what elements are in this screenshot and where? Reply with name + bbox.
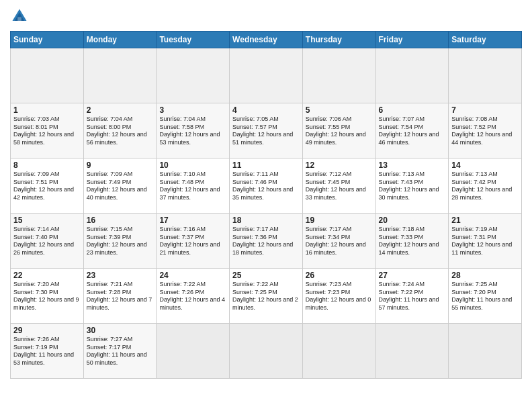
cell-info: Sunrise: 7:09 AMSunset: 7:51 PMDaylight:… — [13, 171, 81, 202]
calendar-week-row: 8Sunrise: 7:09 AMSunset: 7:51 PMDaylight… — [11, 158, 522, 214]
cell-info: Sunrise: 7:08 AMSunset: 7:52 PMDaylight:… — [451, 116, 519, 147]
day-number: 26 — [306, 271, 373, 280]
col-sunday: Sunday — [11, 32, 84, 48]
cell-info: Sunrise: 7:07 AMSunset: 7:54 PMDaylight:… — [379, 116, 446, 147]
col-thursday: Thursday — [302, 32, 375, 48]
cell-info: Sunrise: 7:06 AMSunset: 7:55 PMDaylight:… — [306, 116, 373, 147]
cell-info: Sunrise: 7:04 AMSunset: 8:00 PMDaylight:… — [87, 116, 154, 147]
svg-rect-2 — [17, 17, 21, 21]
calendar-cell: 1Sunrise: 7:03 AMSunset: 8:01 PMDaylight… — [11, 103, 84, 158]
cell-info: Sunrise: 7:20 AMSunset: 7:30 PMDaylight:… — [13, 281, 81, 312]
cell-info: Sunrise: 7:05 AMSunset: 7:57 PMDaylight:… — [232, 116, 300, 147]
cell-info: Sunrise: 7:03 AMSunset: 8:01 PMDaylight:… — [13, 116, 81, 147]
calendar: Sunday Monday Tuesday Wednesday Thursday… — [10, 31, 522, 379]
calendar-cell: 11Sunrise: 7:11 AMSunset: 7:46 PMDayligh… — [230, 158, 303, 214]
day-number: 7 — [451, 105, 519, 115]
day-number: 12 — [306, 161, 373, 170]
day-number: 21 — [451, 216, 519, 225]
calendar-cell: 23Sunrise: 7:21 AMSunset: 7:28 PMDayligh… — [83, 269, 157, 324]
day-number: 1 — [13, 105, 81, 115]
calendar-cell-empty — [157, 324, 230, 379]
cell-info: Sunrise: 7:13 AMSunset: 7:42 PMDaylight:… — [451, 171, 519, 202]
day-number: 25 — [232, 271, 300, 280]
cell-info: Sunrise: 7:22 AMSunset: 7:25 PMDaylight:… — [232, 281, 300, 312]
cell-info: Sunrise: 7:23 AMSunset: 7:23 PMDaylight:… — [306, 281, 373, 312]
calendar-cell: 22Sunrise: 7:20 AMSunset: 7:30 PMDayligh… — [11, 269, 84, 324]
logo-icon — [10, 7, 29, 26]
day-number: 16 — [87, 216, 154, 225]
calendar-cell: 26Sunrise: 7:23 AMSunset: 7:23 PMDayligh… — [302, 269, 375, 324]
day-number: 18 — [232, 216, 300, 225]
col-friday: Friday — [375, 32, 449, 48]
calendar-cell: 7Sunrise: 7:08 AMSunset: 7:52 PMDaylight… — [449, 103, 522, 158]
calendar-cell: 19Sunrise: 7:17 AMSunset: 7:34 PMDayligh… — [302, 214, 375, 269]
day-number: 4 — [232, 105, 300, 115]
logo — [10, 7, 32, 26]
calendar-cell-empty — [375, 324, 449, 379]
day-number: 23 — [87, 271, 154, 280]
calendar-cell: 18Sunrise: 7:17 AMSunset: 7:36 PMDayligh… — [230, 214, 303, 269]
day-number: 5 — [306, 105, 373, 115]
calendar-cell: 20Sunrise: 7:18 AMSunset: 7:33 PMDayligh… — [375, 214, 449, 269]
day-number: 29 — [13, 326, 81, 335]
calendar-cell-empty — [302, 48, 375, 103]
calendar-cell-empty — [449, 324, 522, 379]
calendar-cell: 21Sunrise: 7:19 AMSunset: 7:31 PMDayligh… — [449, 214, 522, 269]
cell-info: Sunrise: 7:27 AMSunset: 7:17 PMDaylight:… — [87, 336, 154, 367]
day-number: 15 — [13, 216, 81, 225]
day-number: 19 — [306, 216, 373, 225]
cell-info: Sunrise: 7:15 AMSunset: 7:39 PMDaylight:… — [87, 226, 154, 257]
day-number: 14 — [451, 161, 519, 170]
cell-info: Sunrise: 7:12 AMSunset: 7:45 PMDaylight:… — [306, 171, 373, 202]
calendar-cell: 27Sunrise: 7:24 AMSunset: 7:22 PMDayligh… — [375, 269, 449, 324]
day-number: 27 — [379, 271, 446, 280]
cell-info: Sunrise: 7:09 AMSunset: 7:49 PMDaylight:… — [87, 171, 154, 202]
calendar-week-row: 22Sunrise: 7:20 AMSunset: 7:30 PMDayligh… — [11, 269, 522, 324]
calendar-cell: 17Sunrise: 7:16 AMSunset: 7:37 PMDayligh… — [157, 214, 230, 269]
calendar-cell: 3Sunrise: 7:04 AMSunset: 7:58 PMDaylight… — [157, 103, 230, 158]
day-number: 11 — [232, 161, 300, 170]
calendar-week-row — [11, 48, 522, 103]
page: Sunday Monday Tuesday Wednesday Thursday… — [0, 0, 532, 411]
cell-info: Sunrise: 7:19 AMSunset: 7:31 PMDaylight:… — [451, 226, 519, 257]
calendar-week-row: 15Sunrise: 7:14 AMSunset: 7:40 PMDayligh… — [11, 214, 522, 269]
cell-info: Sunrise: 7:21 AMSunset: 7:28 PMDaylight:… — [87, 281, 154, 312]
day-number: 24 — [159, 271, 226, 280]
calendar-cell: 5Sunrise: 7:06 AMSunset: 7:55 PMDaylight… — [302, 103, 375, 158]
day-number: 3 — [159, 105, 226, 115]
calendar-cell: 28Sunrise: 7:25 AMSunset: 7:20 PMDayligh… — [449, 269, 522, 324]
day-number: 13 — [379, 161, 446, 170]
day-number: 8 — [13, 161, 81, 170]
col-tuesday: Tuesday — [157, 32, 230, 48]
cell-info: Sunrise: 7:17 AMSunset: 7:34 PMDaylight:… — [306, 226, 373, 257]
calendar-week-row: 29Sunrise: 7:26 AMSunset: 7:19 PMDayligh… — [11, 324, 522, 379]
cell-info: Sunrise: 7:13 AMSunset: 7:43 PMDaylight:… — [379, 171, 446, 202]
cell-info: Sunrise: 7:25 AMSunset: 7:20 PMDaylight:… — [451, 281, 519, 312]
cell-info: Sunrise: 7:17 AMSunset: 7:36 PMDaylight:… — [232, 226, 300, 257]
calendar-cell: 2Sunrise: 7:04 AMSunset: 8:00 PMDaylight… — [83, 103, 157, 158]
cell-info: Sunrise: 7:14 AMSunset: 7:40 PMDaylight:… — [13, 226, 81, 257]
day-number: 28 — [451, 271, 519, 280]
calendar-week-row: 1Sunrise: 7:03 AMSunset: 8:01 PMDaylight… — [11, 103, 522, 158]
day-number: 17 — [159, 216, 226, 225]
calendar-cell: 6Sunrise: 7:07 AMSunset: 7:54 PMDaylight… — [375, 103, 449, 158]
calendar-cell-empty — [375, 48, 449, 103]
calendar-cell: 29Sunrise: 7:26 AMSunset: 7:19 PMDayligh… — [11, 324, 84, 379]
calendar-cell-empty — [302, 324, 375, 379]
calendar-cell: 15Sunrise: 7:14 AMSunset: 7:40 PMDayligh… — [11, 214, 84, 269]
calendar-cell: 14Sunrise: 7:13 AMSunset: 7:42 PMDayligh… — [449, 158, 522, 214]
day-number: 10 — [159, 161, 226, 170]
calendar-cell: 12Sunrise: 7:12 AMSunset: 7:45 PMDayligh… — [302, 158, 375, 214]
calendar-cell-empty — [230, 324, 303, 379]
calendar-cell: 8Sunrise: 7:09 AMSunset: 7:51 PMDaylight… — [11, 158, 84, 214]
calendar-cell: 13Sunrise: 7:13 AMSunset: 7:43 PMDayligh… — [375, 158, 449, 214]
cell-info: Sunrise: 7:16 AMSunset: 7:37 PMDaylight:… — [159, 226, 226, 257]
col-wednesday: Wednesday — [230, 32, 303, 48]
calendar-cell: 25Sunrise: 7:22 AMSunset: 7:25 PMDayligh… — [230, 269, 303, 324]
calendar-cell: 30Sunrise: 7:27 AMSunset: 7:17 PMDayligh… — [83, 324, 157, 379]
day-number: 6 — [379, 105, 446, 115]
cell-info: Sunrise: 7:26 AMSunset: 7:19 PMDaylight:… — [13, 336, 81, 367]
cell-info: Sunrise: 7:04 AMSunset: 7:58 PMDaylight:… — [159, 116, 226, 147]
calendar-header-row: Sunday Monday Tuesday Wednesday Thursday… — [11, 32, 522, 48]
calendar-cell: 9Sunrise: 7:09 AMSunset: 7:49 PMDaylight… — [83, 158, 157, 214]
